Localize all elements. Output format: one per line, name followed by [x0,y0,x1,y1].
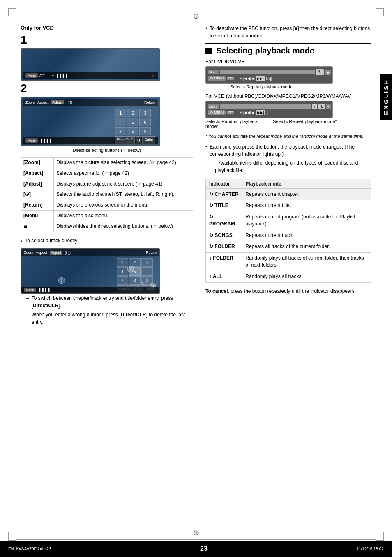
vcd-mode-bar [220,104,311,109]
indicator-chapter: ↻ CHAPTER [206,188,242,200]
tgrid-4: 4 [117,267,128,276]
grid-0: 0 [136,136,141,144]
only-for-vcd-label: Only for VCD [21,25,193,31]
indicator-program: ↻PROGRAM [206,211,242,230]
grid-5: 5 [127,118,138,126]
track-select-inner: Zoom Aspect Adjust ((·)) Return 1 2 3 4 … [21,249,159,293]
left-column: Only for VCD 1 Menu ATT — + ▐▐▐▐ ☞ 2 Z [21,25,193,327]
table-row-chapter: ↻ CHAPTER Repeats current chapter. [206,188,371,200]
bullet-dot-r: • [205,25,207,39]
step2-screen: Zoom Aspect Adjust ((·)) Return 1 2 3 4 … [21,97,160,146]
vcd-att: ATT [227,111,234,114]
circle-1: 1 [58,277,65,284]
adjust-btn: Adjust [51,100,64,104]
top-divider [16,23,376,23]
table-row-title: ↻ TITLE Repeats current title. [206,200,371,211]
menu-btn: Menu [25,73,38,78]
minus-btn: — [46,74,50,78]
to-cancel-text: , press the button repeatedly until the … [228,288,356,294]
table-row: [⊙] Selects the audio channel (ST: stere… [21,189,193,200]
mode-folder-random: Randomly plays all tracks of current fol… [242,253,371,271]
zoom-btn: Zoom [25,100,35,104]
table-row: [Aspect] Selects aspect ratio. (☞ page 4… [21,168,193,179]
mode-btn: Mode [208,70,219,74]
enter-btn: Enter [142,136,155,144]
table-row: [Zoom] Displays the picture size selecti… [21,158,193,168]
bullet-track: • To select a track directly [21,237,193,245]
next-btn: ▶▶| [256,76,265,81]
bullet-each-time-text: Each time you press the button, the play… [210,143,371,158]
bars-icon: ▐▐▐▐ [55,74,68,78]
mode-chapter: Repeats current chapter. [242,188,371,200]
track-bottom-bar: Menu ▐▐▐▐ [21,287,159,293]
dvd-minus: — [235,77,239,81]
mode-title: Repeats current title. [242,200,371,211]
selects-repeat-label: Selects Repeat playback mode* [271,119,337,129]
dvd-top-row: Mode ↻ ■ [208,69,331,75]
mode-songs: Repeats current track. [242,230,371,241]
vcd-mode-btn: Mode [208,104,219,109]
crosshair-top: ⊕ [193,12,199,21]
return-btn: Return [144,100,155,104]
bars2-icon: ▐▐▐▐ [39,139,52,143]
stop-btn2: ■ [252,76,254,81]
for-vcd-label: For VCD (without PBC)/CD/DivX/MPEG1/MPEG… [205,93,371,99]
dvd-bottom-row: AV MENU ATT — + |◀◀ ■ ▶▶| ▷/|| [208,76,331,81]
grid-6: 6 [139,118,151,126]
indicator-header: Indicator [206,179,242,188]
att-label: ATT [39,74,45,77]
mode-bar [220,70,315,74]
track-select-screen: Zoom Aspect Adjust ((·)) Return 1 2 3 4 … [21,248,160,294]
vcd-extra: ● [326,104,331,109]
desc-adjust: Displays picture adjustment screen. (☞ p… [54,179,193,189]
bullet-dot-e: • [205,143,207,176]
corner-mark-br [376,532,384,541]
mode-all: Randomly plays all tracks. [242,271,371,282]
playback-table: Indicator Playback mode ↻ CHAPTER Repeat… [205,179,371,283]
table-row: [Menu] Displays the disc menu. [21,210,193,221]
circle-btn: ((·)) [67,100,73,104]
table-row: [Return] Displays the previous screen or… [21,200,193,211]
table-header-row: Indicator Playback mode [206,179,371,188]
return-sm: Return [146,251,157,255]
vcd-bottom-row: AV MENU ATT — + |◀◀ ▶ ▶▶| || [208,110,331,115]
section-title: Selecting playback mode [216,46,314,56]
bullet-track-text: To select a track directly [25,237,77,245]
indicator-all: ↕ ALL [206,271,242,282]
circle-2: 2 [127,266,134,272]
main-content: Only for VCD 1 Menu ATT — + ▐▐▐▐ ☞ 2 Z [0,0,392,352]
grid-2: 2 [127,109,138,117]
track-top-bar: Zoom Aspect Adjust ((·)) Return [21,249,159,256]
dash-sym-r: – [210,159,212,174]
corner-mark-tr [376,8,384,16]
black-square-icon [205,48,212,54]
grid-7: 7 [115,127,126,135]
desc-grid: Displays/hides the direct selecting butt… [54,221,193,232]
asterisk-note: * You cannot activate the repeat mode an… [205,133,371,140]
dash-item-2: – When you enter a wrong number, press [… [26,311,193,326]
att-btn: ATT [227,77,234,80]
hand-step1: ☞ [152,74,155,78]
mode-program: Repeats current program (not available f… [242,211,371,230]
vcd-plus: + [240,111,242,115]
circle-sm: ((·)) [65,251,71,255]
corner-mark-bl [8,532,16,541]
bullet-deactivate-text: To deactivate the PBC function, press [■… [210,25,371,39]
crosshair-bottom: ⊕ [193,528,199,537]
table-row-all: ↕ ALL Randomly plays all tracks. [206,271,371,282]
vcd-av-menu: AV MENU [208,110,226,115]
indicator-title: ↻ TITLE [206,200,242,211]
crosshair-left-top: — [12,49,17,56]
vcd-pause: || [267,111,269,115]
step1-image: Menu ATT — + ▐▐▐▐ ☞ [21,49,159,80]
dvd-plus: + [240,77,242,81]
aspect-btn: Aspect [37,100,49,104]
direct-clr-btn: Direct/CLR [115,136,135,144]
dash-sym-1: – [26,295,29,309]
tgrid-3: 3 [141,258,153,267]
tgrid-8: 8 [129,276,141,285]
crosshair-left-bottom: — [12,468,17,475]
adjust-sm: Adjust [50,251,62,255]
term-return: [Return] [21,200,54,211]
grid-4: 4 [115,118,126,126]
